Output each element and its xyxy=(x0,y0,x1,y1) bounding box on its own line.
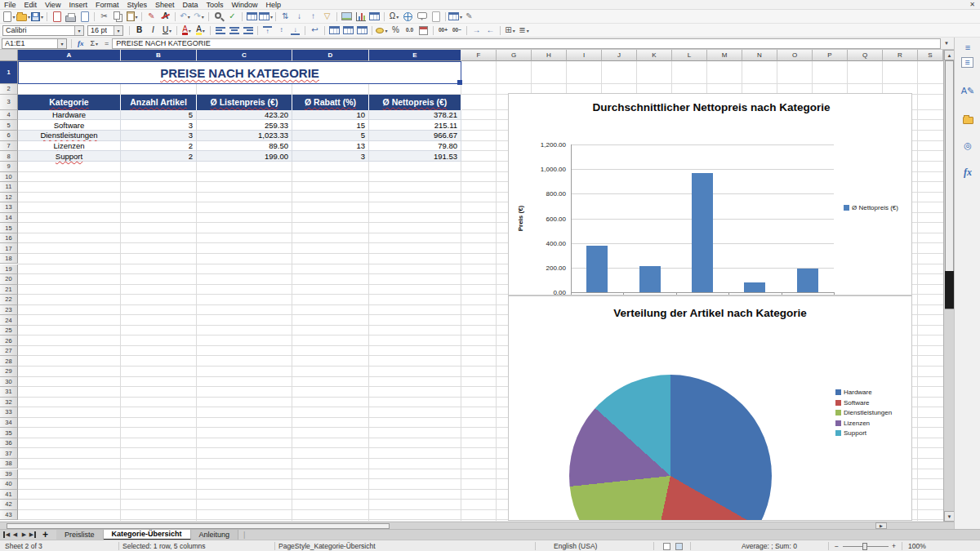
zoom-slider-thumb[interactable] xyxy=(862,543,867,550)
row-header-6[interactable]: 6 xyxy=(0,131,18,141)
column-header-B[interactable]: B xyxy=(121,50,197,61)
row-header-26[interactable]: 26 xyxy=(0,335,18,346)
column-header-K[interactable]: K xyxy=(637,50,672,61)
find-replace-button[interactable] xyxy=(212,11,225,23)
close-document-icon[interactable]: ✕ xyxy=(969,1,975,8)
cell-E7[interactable]: 79.80 xyxy=(369,141,461,152)
cell-A4[interactable]: Hardware xyxy=(18,110,121,121)
cell-C8[interactable]: 199.00 xyxy=(197,151,292,162)
italic-button[interactable]: I xyxy=(146,24,160,37)
table-header-D3[interactable]: Ø Rabatt (%) xyxy=(292,95,369,110)
borders-button[interactable]: ⊞▾ xyxy=(503,24,517,37)
column-header-R[interactable]: R xyxy=(883,50,918,61)
cell-E8[interactable]: 191.53 xyxy=(369,151,461,162)
cell-B5[interactable]: 3 xyxy=(121,120,197,131)
cell-A8[interactable]: Support xyxy=(18,151,121,162)
align-left-button[interactable] xyxy=(213,24,227,37)
sort-ascending-button[interactable]: ↓ xyxy=(292,11,306,23)
expand-formula-bar-icon[interactable]: ▼ xyxy=(941,41,952,46)
row-header-36[interactable]: 36 xyxy=(0,438,18,449)
hyperlink-button[interactable] xyxy=(401,11,415,23)
row-header-41[interactable]: 41 xyxy=(0,490,18,500)
menu-window[interactable]: Window xyxy=(228,1,262,9)
navigator-icon[interactable]: ◎ xyxy=(960,139,975,152)
row-header-8[interactable]: 8 xyxy=(0,151,18,162)
align-right-button[interactable] xyxy=(241,24,255,37)
column-header-S[interactable]: S xyxy=(918,50,943,61)
row-header-34[interactable]: 34 xyxy=(0,418,18,429)
menu-insert[interactable]: Insert xyxy=(65,1,91,9)
unmerge-cells-button[interactable] xyxy=(355,24,369,37)
row-header-39[interactable]: 39 xyxy=(0,469,18,480)
column-header-O[interactable]: O xyxy=(777,50,813,61)
cell-A1-title[interactable]: PREISE NACH KATEGORIE xyxy=(18,61,461,84)
row-header-4[interactable]: 4 xyxy=(0,110,18,121)
column-header-I[interactable]: I xyxy=(567,50,602,61)
first-sheet-button[interactable]: ◀ xyxy=(3,531,11,538)
insert-comment-button[interactable] xyxy=(415,11,429,23)
functions-icon[interactable]: fx xyxy=(960,166,975,179)
column-header-F[interactable]: F xyxy=(461,50,497,61)
cell-D8[interactable]: 3 xyxy=(292,151,369,162)
cell-A7[interactable]: Lizenzen xyxy=(18,141,121,152)
cell-D5[interactable]: 15 xyxy=(292,120,369,131)
row-header-1[interactable]: 1 xyxy=(0,61,18,84)
table-header-A3[interactable]: Kategorie xyxy=(18,95,121,110)
menu-view[interactable]: View xyxy=(41,1,65,9)
special-character-button[interactable]: Ω▾ xyxy=(387,11,401,23)
pie-chart[interactable]: Verteilung der Artikel nach KategorieHar… xyxy=(508,295,912,521)
cut-button[interactable]: ✂ xyxy=(97,11,111,23)
font-size-combo[interactable]: 16 pt ▾ xyxy=(87,25,123,36)
sort-descending-button[interactable]: ↑ xyxy=(306,11,320,23)
row-header-28[interactable]: 28 xyxy=(0,356,18,367)
properties-icon[interactable]: ☰ xyxy=(961,57,973,68)
wrap-text-button[interactable]: ↩ xyxy=(308,24,322,37)
row-header-10[interactable]: 10 xyxy=(0,172,18,183)
column-header-G[interactable]: G xyxy=(497,50,532,61)
menu-sheet[interactable]: Sheet xyxy=(151,1,179,9)
row-header-7[interactable]: 7 xyxy=(0,141,18,152)
percent-format-button[interactable]: % xyxy=(389,24,403,37)
row-header-35[interactable]: 35 xyxy=(0,428,18,438)
freeze-panes-button[interactable]: ▾ xyxy=(448,11,462,23)
row-header-32[interactable]: 32 xyxy=(0,398,18,408)
number-format-button[interactable]: 0.0 xyxy=(403,24,416,37)
row-header-31[interactable]: 31 xyxy=(0,387,18,398)
row-header-22[interactable]: 22 xyxy=(0,295,18,305)
menu-help[interactable]: Help xyxy=(262,1,286,9)
row-header-3[interactable]: 3 xyxy=(0,95,18,110)
selection-handle[interactable] xyxy=(457,80,462,85)
cell-C6[interactable]: 1,023.33 xyxy=(197,131,292,141)
sort-button[interactable]: ⇅ xyxy=(278,11,292,23)
save-button[interactable]: ▾ xyxy=(30,11,44,23)
increase-indent-button[interactable]: → xyxy=(470,24,483,37)
cell-B7[interactable]: 2 xyxy=(121,141,197,152)
menu-edit[interactable]: Edit xyxy=(20,1,42,9)
cell-E5[interactable]: 215.11 xyxy=(369,120,461,131)
table-header-C3[interactable]: Ø Listenpreis (€) xyxy=(197,95,292,110)
underline-button[interactable]: U▾ xyxy=(160,24,174,37)
autofilter-button[interactable]: ▽ xyxy=(320,11,334,23)
add-sheet-button[interactable]: + xyxy=(42,529,48,540)
delete-decimal-place-button[interactable]: 00− xyxy=(450,24,464,37)
column-header-P[interactable]: P xyxy=(813,50,848,61)
row-header-19[interactable]: 19 xyxy=(0,264,18,275)
menu-format[interactable]: Format xyxy=(91,1,123,9)
cell-B8[interactable]: 2 xyxy=(121,151,197,162)
vertical-scroll-thumb-end[interactable] xyxy=(945,271,954,309)
redo-button[interactable]: ↷▾ xyxy=(192,11,206,23)
row-header-38[interactable]: 38 xyxy=(0,459,18,469)
language-status[interactable]: English (USA) xyxy=(554,540,597,551)
align-bottom-button[interactable] xyxy=(288,24,302,37)
row-header-15[interactable]: 15 xyxy=(0,223,18,233)
sidebar-menu-icon[interactable]: ≡ xyxy=(960,41,975,54)
last-sheet-button[interactable]: ▶ xyxy=(29,531,36,538)
average-sum-status[interactable]: Average: ; Sum: 0 xyxy=(742,540,797,551)
column-header-N[interactable]: N xyxy=(742,50,777,61)
print-button[interactable] xyxy=(64,11,78,23)
row-header-18[interactable]: 18 xyxy=(0,254,18,264)
row-header-24[interactable]: 24 xyxy=(0,315,18,326)
currency-format-button[interactable]: ▾ xyxy=(375,24,389,37)
copy-button[interactable] xyxy=(111,11,125,23)
print-preview-button[interactable] xyxy=(78,11,91,23)
